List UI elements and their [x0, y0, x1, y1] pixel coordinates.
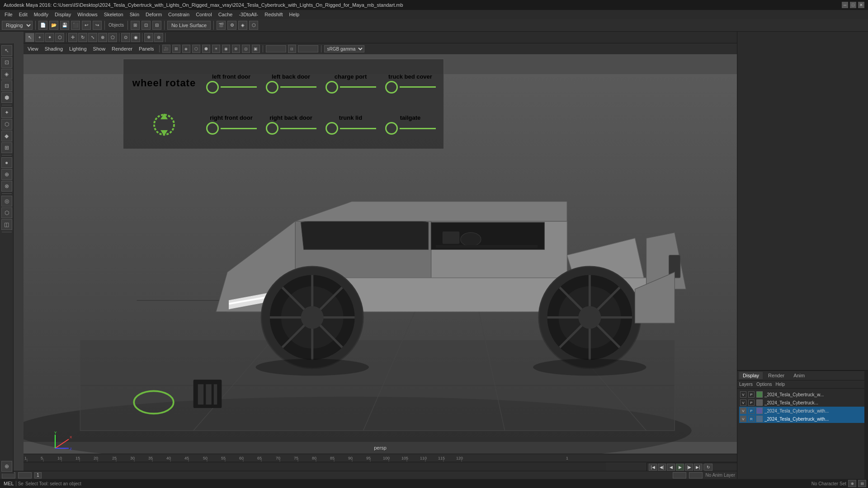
redo-btn[interactable]: ↪	[93, 21, 102, 30]
layer-vp2-3[interactable]: P	[748, 408, 755, 414]
undo-btn[interactable]: ↩	[82, 21, 91, 30]
component-mode-btn[interactable]: ⊡	[1, 57, 12, 68]
char-set-btn-1[interactable]: ⊕	[848, 480, 856, 487]
vp-menu-renderer[interactable]: Renderer	[109, 45, 135, 52]
layers-menu[interactable]: Layers	[739, 382, 753, 387]
select-mode-btn[interactable]: ↖	[1, 45, 12, 56]
vp-wire-btn[interactable]: ⬡	[192, 45, 200, 53]
left-back-door-circle[interactable]	[266, 81, 278, 94]
layer-row-4[interactable]: V R _2024_Tesla_Cybertruck_with...	[739, 415, 866, 423]
layer-vp1-4[interactable]: V	[740, 416, 746, 422]
window-controls[interactable]: ─ □ ✕	[842, 2, 864, 8]
layer-row-3[interactable]: V P _2024_Tesla_Cybertruck_with...	[739, 407, 866, 415]
rig-control-trunk-lid[interactable]: trunk lid	[322, 105, 379, 145]
menu-constrain[interactable]: Constrain	[165, 11, 192, 18]
rig-control-tailgate[interactable]: tailgate	[382, 105, 439, 145]
help-menu[interactable]: Help	[775, 382, 785, 387]
layer-vp2-1[interactable]: P	[748, 391, 755, 398]
anim-step-fwd-btn[interactable]: |▶	[685, 464, 693, 471]
vp-light-btn[interactable]: ☀	[212, 45, 220, 53]
layer-vp2-2[interactable]: P	[748, 399, 755, 406]
snap-curve-btn[interactable]: ⊡	[142, 21, 151, 30]
menu-display[interactable]: Display	[52, 11, 74, 18]
layer-vp1-1[interactable]: V	[740, 391, 746, 398]
center-pivot-btn[interactable]: ⊛	[154, 33, 163, 42]
vp-res-btn[interactable]: ▣	[252, 45, 260, 53]
layer-tab-anim[interactable]: Anim	[790, 372, 808, 379]
vp-texture-btn[interactable]: ⬢	[202, 45, 210, 53]
layer-vp1-3[interactable]: V	[740, 408, 746, 414]
vp-shadow-btn[interactable]: ◉	[222, 45, 230, 53]
menu-control[interactable]: Control	[193, 11, 214, 18]
layer-tab-display[interactable]: Display	[739, 372, 763, 379]
anim-end-btn[interactable]: ▶|	[694, 464, 702, 471]
anim-play-back-btn[interactable]: ◀	[667, 464, 675, 471]
truck-bed-circle[interactable]	[385, 81, 398, 94]
soft-mod-btn[interactable]: ⬠	[108, 33, 117, 42]
freeze-transforms-btn[interactable]: ❄	[144, 33, 153, 42]
save-btn[interactable]: 💾	[60, 21, 69, 30]
layer-vp1-2[interactable]: V	[740, 399, 746, 406]
anim-loop-btn[interactable]: ↻	[704, 464, 712, 471]
universal-btn[interactable]: ⊕	[98, 33, 107, 42]
vp-isolate-btn[interactable]: ◎	[242, 45, 250, 53]
rig-control-right-front-door[interactable]: right front door	[203, 105, 260, 145]
rig-control-right-back-door[interactable]: right back door	[262, 105, 320, 145]
rig-control-charge-port[interactable]: charge port	[322, 64, 379, 103]
move-btn[interactable]: ✛	[68, 33, 77, 42]
select-tool-btn[interactable]: ↖	[25, 33, 34, 42]
face-mode-btn[interactable]: ⬢	[1, 92, 12, 103]
vertex-mode-btn[interactable]: ◈	[1, 69, 12, 80]
anim-start-btn[interactable]: |◀	[649, 464, 657, 471]
rig-control-truck-bed[interactable]: truck bed cover	[382, 64, 439, 103]
sculpt-btn[interactable]: ✦	[1, 107, 12, 118]
snap-grid-btn[interactable]: ⊞	[131, 21, 140, 30]
char-set-btn-2[interactable]: ⊟	[858, 480, 866, 487]
ik-spline-btn[interactable]: ⊗	[1, 181, 12, 192]
menu-deform[interactable]: Deform	[143, 11, 165, 18]
layer-vp2-4[interactable]: R	[748, 416, 755, 422]
menu-help[interactable]: Help	[287, 11, 302, 18]
vp-menu-panels[interactable]: Panels	[137, 45, 156, 52]
cluster-btn[interactable]: ⊞	[1, 142, 12, 153]
right-front-door-circle[interactable]	[206, 122, 219, 135]
playback-end-input[interactable]: 200	[689, 472, 703, 479]
rig-control-left-back-door[interactable]: left back door	[262, 64, 320, 103]
ik-handle-btn[interactable]: ⊕	[1, 169, 12, 180]
vp-menu-view[interactable]: View	[25, 45, 41, 52]
vp-menu-shading[interactable]: Shading	[42, 45, 65, 52]
create-joint-btn[interactable]: ●	[1, 157, 12, 168]
open-btn[interactable]: 📂	[49, 21, 58, 30]
paint-select-btn[interactable]: ✦	[45, 33, 54, 42]
hypershade-btn[interactable]: ◈	[238, 21, 247, 30]
lasso-select-btn[interactable]: ⌖	[35, 33, 44, 42]
options-menu[interactable]: Options	[756, 382, 772, 387]
anim-step-back-btn[interactable]: ◀|	[658, 464, 666, 471]
rotate-btn[interactable]: ↻	[78, 33, 87, 42]
menu-3dtoall[interactable]: -3DtoAll-	[236, 11, 261, 18]
menu-modify[interactable]: Modify	[31, 11, 51, 18]
create-poly-btn[interactable]: ⬡	[1, 207, 12, 218]
snap-point-btn[interactable]: ⊟	[152, 21, 161, 30]
vp-xray-btn[interactable]: ⊕	[232, 45, 240, 53]
vp-menu-lighting[interactable]: Lighting	[67, 45, 89, 52]
frame-current-input[interactable]: 1	[18, 472, 32, 479]
vp-near-clip-input[interactable]: 0.00	[266, 45, 286, 52]
tailgate-circle[interactable]	[385, 122, 398, 135]
maximize-btn[interactable]: □	[850, 2, 856, 8]
right-back-door-circle[interactable]	[266, 122, 278, 135]
new-btn[interactable]: 📄	[38, 21, 47, 30]
save-as-btn[interactable]: ⬛	[71, 21, 80, 30]
paint-skin-btn[interactable]: ⬡	[1, 119, 12, 130]
blend-shape-btn[interactable]: ◆	[1, 131, 12, 141]
minimize-btn[interactable]: ─	[842, 2, 848, 8]
edge-mode-btn[interactable]: ⊟	[1, 80, 12, 91]
frame-end-input[interactable]: 120	[673, 472, 686, 479]
menu-cache[interactable]: Cache	[216, 11, 236, 18]
left-front-door-circle[interactable]	[206, 81, 219, 94]
create-subdiv-btn[interactable]: ◫	[1, 219, 12, 230]
trunk-lid-circle[interactable]	[326, 122, 338, 135]
scale-btn[interactable]: ⤡	[88, 33, 97, 42]
mode-dropdown[interactable]: Rigging	[2, 21, 33, 30]
render-view-btn[interactable]: 🎬	[217, 21, 226, 30]
